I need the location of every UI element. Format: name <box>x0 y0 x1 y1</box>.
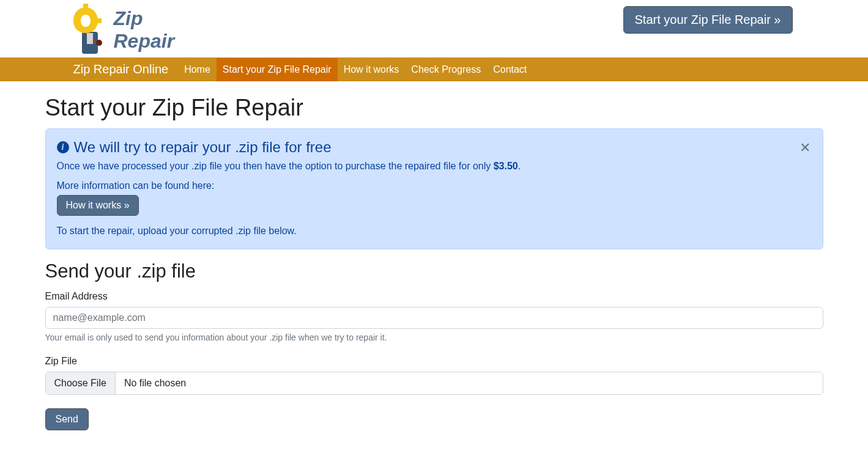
how-it-works-button[interactable]: How it works » <box>57 195 139 216</box>
send-button[interactable]: Send <box>45 408 89 430</box>
form-section-title: Send your .zip file <box>45 260 823 282</box>
alert-close-button[interactable]: ✕ <box>797 138 813 158</box>
svg-rect-3 <box>83 4 88 11</box>
navbar: Zip Repair Online Home Start your Zip Fi… <box>0 57 868 81</box>
choose-file-button[interactable]: Choose File <box>46 372 116 394</box>
zip-repair-icon <box>69 2 111 57</box>
file-chosen-text: No file chosen <box>116 372 823 394</box>
logo-text-repair: Repair <box>114 30 175 53</box>
close-icon: ✕ <box>799 140 811 155</box>
nav-home[interactable]: Home <box>178 58 217 81</box>
logo[interactable]: Zip Repair <box>38 2 175 57</box>
alert-line1: Once we have processed your .zip file yo… <box>57 161 812 172</box>
info-alert: ✕ i We will try to repair your .zip file… <box>45 128 823 249</box>
email-label: Email Address <box>45 291 823 302</box>
alert-line2: More information can be found here: <box>57 180 812 191</box>
email-hint: Your email is only used to send you info… <box>45 333 823 342</box>
file-label: Zip File <box>45 356 823 367</box>
logo-text-zip: Zip <box>114 7 175 30</box>
page-title: Start your Zip File Repair <box>45 95 823 121</box>
nav-brand[interactable]: Zip Repair Online <box>73 57 179 81</box>
info-icon: i <box>57 141 69 153</box>
nav-start-repair[interactable]: Start your Zip File Repair <box>217 58 338 81</box>
nav-contact[interactable]: Contact <box>487 58 533 81</box>
svg-rect-4 <box>94 18 102 23</box>
email-field[interactable] <box>45 307 823 329</box>
svg-point-2 <box>96 40 102 46</box>
alert-heading: We will try to repair your .zip file for… <box>74 139 332 156</box>
header-cta-button[interactable]: Start your Zip File Repair » <box>623 6 793 34</box>
nav-how-it-works[interactable]: How it works <box>338 58 406 81</box>
file-input-wrap[interactable]: Choose File No file chosen <box>45 372 823 395</box>
svg-rect-1 <box>87 33 93 44</box>
alert-line3: To start the repair, upload your corrupt… <box>57 226 812 237</box>
nav-check-progress[interactable]: Check Progress <box>405 58 487 81</box>
